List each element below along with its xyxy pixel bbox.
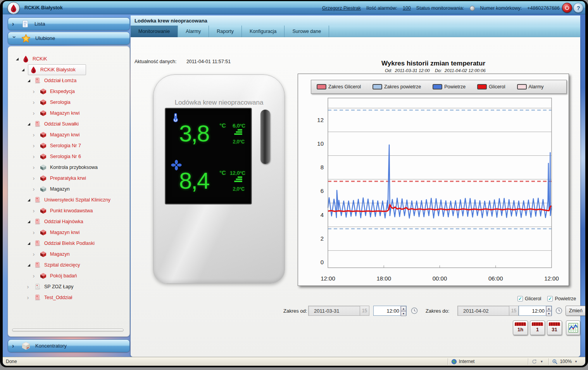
expand-arrow-icon[interactable]: › — [31, 209, 36, 213]
tree-item-punkt-krwodawstwa[interactable]: ›Punkt krwodawstwa — [10, 205, 128, 216]
tree-item-serologia-nr-6[interactable]: ›Serologia Nr 6 — [10, 151, 128, 162]
range-from-time-input[interactable]: 12:00 ▲▼ — [373, 306, 407, 316]
sidebar-panel-ulubione-label: Ulubione — [35, 35, 55, 41]
collapse-arrow-icon[interactable] — [25, 262, 31, 268]
calendar-icon — [515, 322, 526, 326]
expand-arrow-icon[interactable]: › — [31, 133, 36, 137]
expand-arrow-icon[interactable]: › — [31, 187, 36, 191]
blood-drop-icon — [22, 55, 29, 63]
glicerol-checkbox[interactable]: ✓ Glicerol — [517, 296, 541, 301]
tree-item-test-oddział[interactable]: ›Test_Oddział — [10, 292, 128, 303]
tab-raporty[interactable]: Raporty — [209, 26, 242, 37]
tab-alarmy[interactable]: Alarmy — [178, 26, 209, 37]
tree-item-kontrola-przyboksowa[interactable]: ›Kontrola przyboksowa — [10, 162, 128, 173]
clock-icon[interactable] — [555, 307, 562, 314]
expand-arrow-icon[interactable]: › — [31, 231, 36, 234]
range-1h-button[interactable]: 1h — [513, 320, 528, 335]
tab-konfiguracja[interactable]: Konfiguracja — [242, 26, 285, 37]
tree-item-sp-zoz-łapy[interactable]: ›SP ZOZ Łapy — [10, 281, 128, 292]
expand-arrow-icon[interactable]: › — [31, 111, 36, 115]
refresh-chart-button[interactable] — [566, 320, 580, 335]
collapse-arrow-icon[interactable] — [25, 121, 31, 127]
sidebar-panel-koncentratory[interactable]: › Koncentratory — [8, 339, 130, 352]
range-to-calendar-button[interactable]: 15 — [509, 306, 519, 316]
tree-item-magazyn-krwi[interactable]: ›Magazyn krwi — [10, 108, 128, 119]
spinner-up-button[interactable]: ▲ — [546, 306, 552, 311]
tree-item-szpital-dziecięcy[interactable]: Szpital dziecięcy — [10, 260, 128, 270]
desktop-background: › Lista › Ulubione RCKiKRCKiK BiałystokO… — [3, 14, 585, 357]
tree-item-uniwersytecki-szpital-kliniczny[interactable]: Uniwersytecki Szpital Kliniczny — [10, 194, 128, 205]
spinner-up-button[interactable]: ▲ — [401, 306, 406, 311]
horizontal-scrollbar[interactable] — [12, 329, 124, 332]
range-to-time-value[interactable]: 12:00 — [519, 308, 546, 314]
tree-item-label: Magazyn krwi — [50, 110, 79, 116]
expand-arrow-icon[interactable]: › — [31, 165, 36, 169]
range-to-date-input[interactable]: 2011-04-02 — [457, 306, 509, 316]
tree-item-label: Magazyn — [50, 186, 70, 192]
tree-item-label: Preparatyka krwi — [50, 176, 86, 181]
department-icon — [34, 239, 41, 247]
room-cube-icon — [40, 175, 47, 182]
tree-item-pokój-badań[interactable]: ›Pokój badań — [10, 270, 128, 281]
collapse-arrow-icon[interactable] — [25, 78, 31, 83]
room-cube-icon — [40, 272, 47, 279]
security-zone[interactable]: Internet — [451, 359, 475, 365]
tree-item-oddział-łomża[interactable]: Oddział Łomża — [10, 75, 128, 86]
expand-arrow-icon[interactable]: › — [31, 252, 36, 256]
user-link[interactable]: Grzegorz Piestrak — [322, 5, 361, 11]
room-cube-icon — [40, 131, 47, 138]
expand-arrow-icon[interactable]: › — [25, 296, 31, 299]
range-from-date-input[interactable]: 2011-03-31 — [308, 306, 360, 316]
tree-item-oddział-bielsk-podlaski[interactable]: Oddział Bielsk Podlaski — [10, 238, 128, 249]
expand-arrow-icon[interactable]: › — [31, 155, 36, 158]
tree-item-oddział-suwałki[interactable]: Oddział Suwałki — [10, 119, 128, 129]
expand-arrow-icon[interactable]: › — [25, 285, 31, 289]
tree-item-magazyn-krwi[interactable]: ›Magazyn krwi — [10, 129, 128, 140]
tree-item-label: Magazyn krwi — [50, 132, 79, 138]
tree-item-label: Oddział Hajnówka — [44, 219, 83, 224]
collapse-arrow-icon[interactable] — [14, 56, 19, 62]
range-31days-button[interactable]: 31 — [547, 320, 562, 335]
zoom-control[interactable]: 100% ▼ — [552, 359, 580, 365]
range-1day-button[interactable]: 1 — [530, 320, 545, 335]
tree-item-serologia[interactable]: ›Serologia — [10, 97, 128, 108]
chevron-right-icon: › — [12, 21, 17, 28]
spinner-down-button[interactable]: ▼ — [546, 311, 552, 316]
room-cube-icon — [40, 99, 47, 106]
expand-arrow-icon[interactable]: › — [31, 176, 36, 180]
spinner-down-button[interactable]: ▼ — [401, 311, 406, 316]
range-from-time-value[interactable]: 12:00 — [374, 308, 400, 314]
apply-range-button[interactable]: Zmień — [566, 306, 585, 316]
collapse-arrow-icon[interactable] — [25, 197, 31, 203]
range-1day-label: 1 — [530, 327, 545, 332]
collapse-arrow-icon[interactable] — [25, 219, 31, 224]
expand-arrow-icon[interactable]: › — [31, 144, 36, 148]
tree-item-magazyn[interactable]: ›Magazyn — [10, 184, 128, 194]
tree-item-magazyn[interactable]: ›Magazyn — [10, 249, 128, 260]
tab-surowe-dane[interactable]: Surowe dane — [285, 26, 329, 37]
expand-arrow-icon[interactable]: › — [31, 100, 36, 104]
clock-icon[interactable] — [411, 307, 418, 314]
tree-item-magazyn-krwi[interactable]: ›Magazyn krwi — [10, 227, 128, 238]
sidebar-panel-ulubione[interactable]: › Ulubione — [8, 32, 130, 45]
collapse-arrow-icon[interactable] — [19, 67, 25, 72]
range-from-calendar-button[interactable]: 15 — [360, 306, 369, 316]
logout-button[interactable] — [562, 3, 572, 13]
time-spinner: ▲▼ — [400, 306, 406, 315]
tree-item-serologia-nr-7[interactable]: ›Serologia Nr 7 — [10, 140, 128, 151]
expand-arrow-icon[interactable]: › — [31, 274, 36, 278]
tree-item-rckik-białystok[interactable]: RCKiK Białystok — [10, 64, 128, 75]
sidebar-panel-lista[interactable]: › Lista — [8, 17, 130, 30]
collapse-arrow-icon[interactable] — [25, 241, 31, 246]
help-button[interactable]: ? — [573, 3, 583, 13]
tree-item-rckik[interactable]: RCKiK — [10, 53, 128, 64]
powietrze-checkbox[interactable]: ✓ Powietrze — [547, 296, 576, 301]
tab-monitorowanie[interactable]: Monitorowanie — [131, 26, 178, 37]
status-tools-button[interactable]: ▼ — [531, 359, 545, 365]
tree-item-ekspedycja[interactable]: ›Ekspedycja — [10, 86, 128, 97]
range-to-time-input[interactable]: 12:00 ▲▼ — [519, 306, 552, 316]
tree-item-preparatyka-krwi[interactable]: ›Preparatyka krwi — [10, 173, 128, 184]
alarms-count-link[interactable]: 100 — [403, 5, 411, 11]
tree-item-oddział-hajnówka[interactable]: Oddział Hajnówka — [10, 216, 128, 227]
expand-arrow-icon[interactable]: › — [31, 89, 36, 93]
